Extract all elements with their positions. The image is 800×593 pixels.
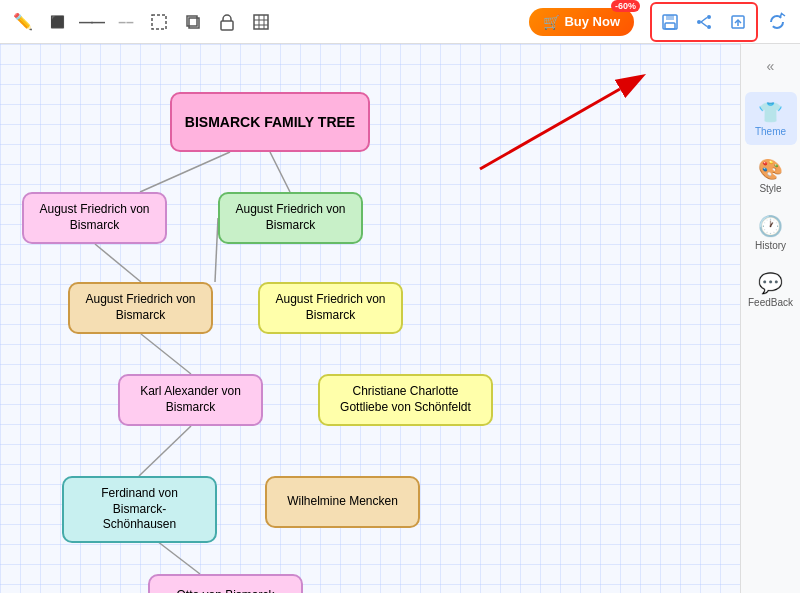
svg-line-21 (95, 244, 141, 282)
style-label: Style (759, 183, 781, 194)
table-tool[interactable] (246, 7, 276, 37)
style-icon: 🎨 (758, 157, 783, 181)
panel-item-history[interactable]: 🕐 History (745, 206, 797, 259)
svg-point-14 (697, 20, 701, 24)
history-label: History (755, 240, 786, 251)
tree-node-n5[interactable]: Karl Alexander von Bismarck (118, 374, 263, 426)
save-button[interactable] (654, 6, 686, 38)
svg-line-20 (270, 152, 290, 192)
svg-rect-4 (254, 15, 268, 29)
svg-line-27 (480, 89, 620, 169)
history-icon: 🕐 (758, 214, 783, 238)
tree-node-n6[interactable]: Christiane Charlotte Gottliebe von Schön… (318, 374, 493, 426)
right-panel: « 👕 Theme 🎨 Style 🕐 History 💬 FeedBack (740, 44, 800, 593)
line2-tool[interactable]: – – (110, 7, 140, 37)
action-buttons-group (650, 2, 758, 42)
toolbar: ✏️ ⬛ —— – – 🛒 Buy Now -60% (0, 0, 800, 44)
discount-badge: -60% (611, 0, 640, 12)
feedback-label: FeedBack (748, 297, 793, 308)
sync-icon[interactable] (762, 7, 792, 37)
svg-line-19 (140, 152, 230, 192)
svg-rect-3 (221, 21, 233, 30)
tree-node-title[interactable]: BISMARCK FAMILY TREE (170, 92, 370, 152)
tree-node-n8[interactable]: Wilhelmine Mencken (265, 476, 420, 528)
tree-node-n7[interactable]: Ferdinand von Bismarck- Schönhausen (62, 476, 217, 543)
select-tool[interactable] (144, 7, 174, 37)
tree-node-n9[interactable]: Otto von Bismarck (148, 574, 303, 593)
svg-rect-11 (665, 23, 675, 29)
collapse-button[interactable]: « (757, 52, 785, 80)
main-area: BISMARCK FAMILY TREEAugust Friedrich von… (0, 44, 800, 593)
feedback-icon: 💬 (758, 271, 783, 295)
panel-item-style[interactable]: 🎨 Style (745, 149, 797, 202)
theme-label: Theme (755, 126, 786, 137)
buy-now-label: Buy Now (564, 14, 620, 29)
svg-line-16 (701, 22, 707, 27)
tree-node-n4[interactable]: August Friedrich von Bismarck (258, 282, 403, 334)
export-button[interactable] (722, 6, 754, 38)
tree-node-n3[interactable]: August Friedrich von Bismarck (68, 282, 213, 334)
panel-item-theme[interactable]: 👕 Theme (745, 92, 797, 145)
diagram-canvas[interactable]: BISMARCK FAMILY TREEAugust Friedrich von… (0, 44, 740, 593)
theme-icon: 👕 (758, 100, 783, 124)
svg-line-24 (139, 426, 191, 476)
svg-point-13 (707, 25, 711, 29)
lock-tool[interactable] (212, 7, 242, 37)
tree-node-n1[interactable]: August Friedrich von Bismarck (22, 192, 167, 244)
line1-tool[interactable]: —— (76, 7, 106, 37)
share-button[interactable] (688, 6, 720, 38)
svg-line-23 (141, 334, 191, 374)
svg-rect-0 (152, 15, 166, 29)
svg-point-12 (707, 15, 711, 19)
tree-node-n2[interactable]: August Friedrich von Bismarck (218, 192, 363, 244)
connect-tool[interactable]: ⬛ (42, 7, 72, 37)
buy-now-button[interactable]: 🛒 Buy Now -60% (529, 8, 634, 36)
red-arrow-annotation (460, 69, 660, 179)
pencil-tool[interactable]: ✏️ (8, 7, 38, 37)
copy-tool[interactable] (178, 7, 208, 37)
svg-line-15 (701, 17, 707, 22)
panel-item-feedback[interactable]: 💬 FeedBack (745, 263, 797, 316)
svg-rect-10 (666, 15, 674, 20)
